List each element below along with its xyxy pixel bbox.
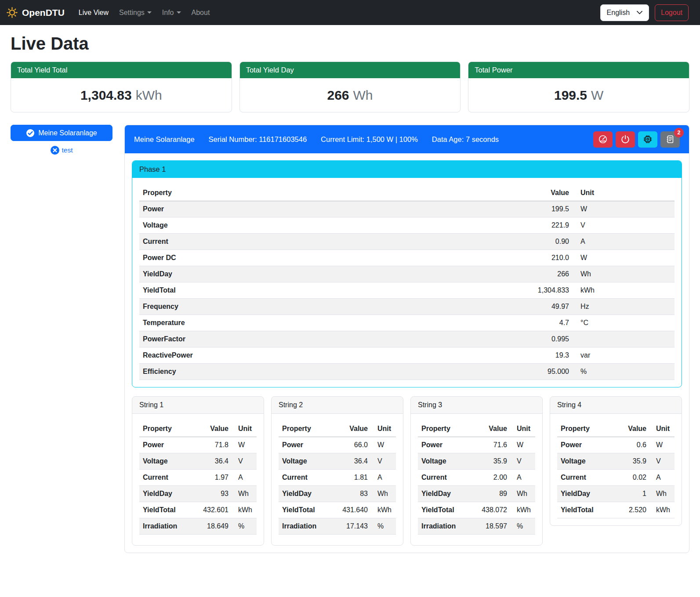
total-yield-day-value: 266 <box>327 88 349 103</box>
table-row: Power0.6W <box>557 437 675 453</box>
column-property: Property <box>139 421 192 437</box>
table-row: YieldDay266Wh <box>139 266 675 282</box>
string-1-table: Property Value Unit Power71.8WVoltage36.… <box>139 421 257 535</box>
property-cell: Current <box>418 470 470 486</box>
property-cell: Power <box>418 437 470 453</box>
value-cell: 1 <box>609 486 650 502</box>
inverter-actions: 2 <box>593 131 680 148</box>
table-row: Irradiation18.649% <box>139 518 257 535</box>
property-cell: Efficiency <box>139 364 507 380</box>
unit-cell: Wh <box>232 486 257 502</box>
table-row: Power71.6W <box>418 437 535 453</box>
table-header-row: Property Value Unit <box>418 421 535 437</box>
unit-cell: % <box>232 518 257 535</box>
card-body: 266 Wh <box>240 78 461 112</box>
table-row: YieldTotal432.601kWh <box>139 502 257 518</box>
property-cell: Voltage <box>557 453 609 470</box>
value-cell: 35.9 <box>609 453 650 470</box>
property-cell: YieldDay <box>139 486 192 502</box>
phase-1-table: Property Value Unit Power199.5WVoltage22… <box>139 185 675 380</box>
page-container: Live Data Total Yield Total 1,304.83 kWh… <box>0 25 700 564</box>
property-cell: PowerFactor <box>139 331 507 347</box>
total-power-card: Total Power 199.5 W <box>468 62 689 112</box>
property-cell: ReactivePower <box>139 347 507 364</box>
device-info-button[interactable] <box>638 131 657 148</box>
value-cell: 1,304.833 <box>507 282 573 299</box>
total-yield-total-value: 1,304.83 <box>80 88 132 103</box>
nav-links: Live View Settings Info About <box>75 5 214 20</box>
unit-cell: var <box>573 347 675 364</box>
table-row: PowerFactor0.995 <box>139 331 675 347</box>
table-row: YieldTotal2.520kWh <box>557 502 675 518</box>
value-cell: 0.90 <box>507 234 573 250</box>
property-cell: Current <box>557 470 609 486</box>
column-value: Value <box>331 421 371 437</box>
unit-cell: V <box>371 453 396 470</box>
brand[interactable]: OpenDTU <box>6 7 65 18</box>
inverter-data-age: Data Age: 7 seconds <box>432 135 499 144</box>
nav-item-settings[interactable]: Settings <box>116 5 155 20</box>
power-toggle-button[interactable] <box>616 131 635 148</box>
property-cell: Temperature <box>139 315 507 331</box>
property-cell: Voltage <box>139 217 507 234</box>
unit-cell <box>573 331 675 347</box>
card-header: Total Yield Day <box>240 62 461 78</box>
event-count-badge: 2 <box>674 128 684 137</box>
language-select[interactable]: English <box>600 4 649 21</box>
limit-settings-button[interactable] <box>593 131 613 148</box>
speedometer-icon <box>598 134 608 144</box>
summary-cards-row: Total Yield Total 1,304.83 kWh Total Yie… <box>11 62 689 112</box>
string-4-body: Property Value Unit Power0.6WVoltage35.9… <box>550 414 682 525</box>
string-2-body: Property Value Unit Power66.0WVoltage36.… <box>272 414 403 545</box>
column-value: Value <box>470 421 511 437</box>
value-cell: 36.4 <box>192 453 232 470</box>
strings-row: String 1 Property Value Unit <box>132 396 682 546</box>
value-cell: 66.0 <box>331 437 371 453</box>
chevron-down-icon <box>177 11 181 14</box>
value-cell: 83 <box>331 486 371 502</box>
value-cell: 71.6 <box>470 437 511 453</box>
table-header-row: Property Value Unit <box>139 185 675 201</box>
brand-title: OpenDTU <box>22 7 65 18</box>
unit-cell: kWh <box>573 282 675 299</box>
chevron-down-icon <box>637 11 642 14</box>
value-cell: 2.00 <box>470 470 511 486</box>
event-log-button[interactable]: 2 <box>660 131 680 148</box>
string-4-header: String 4 <box>550 397 682 414</box>
property-cell: YieldDay <box>557 486 609 502</box>
column-unit: Unit <box>650 421 675 437</box>
unit-cell: V <box>511 453 535 470</box>
nav-item-live-view[interactable]: Live View <box>75 5 112 20</box>
column-value: Value <box>609 421 650 437</box>
inverter-deselect-link[interactable]: test <box>11 146 112 155</box>
inverter-selected-button[interactable]: Meine Solaranlage <box>11 125 112 141</box>
value-cell: 18.649 <box>192 518 232 535</box>
inverter-selected-label: Meine Solaranlage <box>38 129 97 137</box>
inverter-card-header: Meine Solaranlage Serial Number: 1161716… <box>125 125 689 153</box>
property-cell: YieldTotal <box>139 502 192 518</box>
nav-item-info[interactable]: Info <box>159 5 185 20</box>
property-cell: Frequency <box>139 299 507 315</box>
logout-button[interactable]: Logout <box>655 4 689 21</box>
top-navbar: OpenDTU Live View Settings Info About En… <box>0 0 700 25</box>
nav-item-label: Info <box>162 9 174 17</box>
table-row: Frequency49.97Hz <box>139 299 675 315</box>
total-power-value: 199.5 <box>554 88 587 103</box>
column-value: Value <box>192 421 232 437</box>
value-cell: 89 <box>470 486 511 502</box>
table-row: Voltage36.4V <box>139 453 257 470</box>
string-2-table: Property Value Unit Power66.0WVoltage36.… <box>279 421 396 535</box>
table-row: Irradiation18.597% <box>418 518 535 535</box>
table-row: Voltage221.9V <box>139 217 675 234</box>
total-power-unit: W <box>591 88 603 103</box>
property-cell: YieldDay <box>139 266 507 282</box>
chevron-down-icon <box>147 11 152 14</box>
page-title: Live Data <box>11 34 689 54</box>
property-cell: Irradiation <box>139 518 192 535</box>
phase-1-header: Phase 1 <box>132 161 682 178</box>
table-row: Current2.00A <box>418 470 535 486</box>
nav-item-label: Live View <box>79 9 109 17</box>
nav-item-about[interactable]: About <box>188 5 214 20</box>
property-cell: YieldTotal <box>418 502 470 518</box>
property-cell: Power <box>557 437 609 453</box>
